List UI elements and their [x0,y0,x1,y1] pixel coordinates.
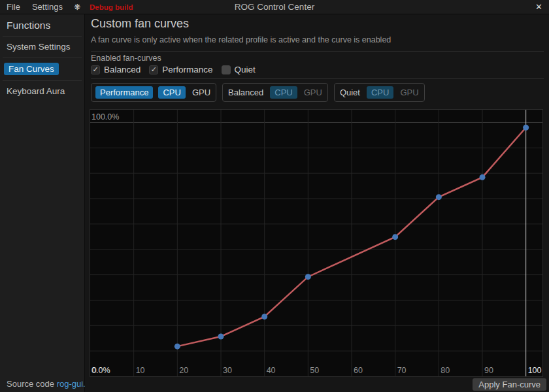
checkbox-balanced[interactable]: ✓ Balanced [91,65,141,74]
main-panel: Custom fan curves A fan curve is only ac… [86,14,549,392]
balanced-gpu-tab[interactable]: GPU [303,86,324,99]
y-max-label: 100.0% [92,112,119,122]
checkbox-balanced-label: Balanced [104,65,141,74]
titlebar: File Settings ❋ Debug build ROG Control … [0,0,549,14]
checkbox-performance-box: ✓ [149,65,158,74]
page-title: Custom fan curves [91,17,189,31]
x-tick-label: 90 [484,366,493,375]
source-code-footer: Source code rog-gui. [7,379,86,389]
sidebar: Functions System Settings Fan Curves Key… [0,14,85,392]
rog-gui-link[interactable]: rog-gui. [57,379,86,389]
quiet-gpu-tab[interactable]: GPU [399,86,420,99]
page-subtitle: A fan curve is only active when the rela… [91,35,391,44]
fan-curve-point[interactable] [392,234,398,240]
x-tick-label: 20 [179,366,188,375]
checkbox-balanced-box: ✓ [91,65,100,74]
x-tick-label: 80 [441,366,450,375]
checkbox-quiet[interactable]: Quiet [222,65,256,74]
balanced-cpu-tab[interactable]: CPU [270,86,297,99]
fan-curve-point[interactable] [261,314,267,319]
profile-groups-row: Performance CPU GPU Balanced CPU GPU Qui… [91,83,425,102]
checkbox-quiet-box [222,65,231,74]
performance-cpu-tab[interactable]: CPU [158,86,185,99]
divider [91,51,544,52]
fan-curve-point[interactable] [305,274,311,280]
profile-group-performance: Performance CPU GPU [91,83,216,102]
sidebar-heading: Functions [0,14,84,36]
debug-build-badge: Debug build [86,3,133,11]
balanced-profile-button[interactable]: Balanced [227,86,265,99]
fan-curve-plot-svg: 0102030405060708090100100.0%0.0% [90,110,542,376]
fan-curve-plot[interactable]: 0102030405060708090100100.0%0.0% [90,109,543,377]
performance-profile-button[interactable]: Performance [95,86,153,99]
x-tick-label: 50 [310,366,319,375]
profile-group-balanced: Balanced CPU GPU [222,83,328,102]
sidebar-item-system-settings[interactable]: System Settings [0,37,84,57]
x-tick-label: 10 [136,366,145,375]
fan-curve-point[interactable] [175,344,180,350]
divider [91,78,544,79]
x-tick-label: 30 [223,366,232,375]
fan-curve-point[interactable] [436,194,442,200]
checkbox-quiet-label: Quiet [235,65,256,74]
checkbox-performance-label: Performance [162,65,212,74]
enabled-fan-curves-label: Enabled fan-curves [91,54,161,63]
profile-group-quiet: Quiet CPU GPU [334,83,425,102]
x-tick-label: 40 [267,366,276,375]
source-code-text: Source code [7,379,54,389]
menu-file[interactable]: File [0,2,26,12]
fan-curve-point[interactable] [480,174,486,180]
close-icon[interactable]: ✕ [535,0,542,14]
sidebar-item-keyboard-aura[interactable]: Keyboard Aura [0,81,84,101]
checkbox-performance[interactable]: ✓ Performance [149,65,212,74]
quiet-profile-button[interactable]: Quiet [339,86,361,99]
sidebar-item-fan-curves[interactable]: Fan Curves [0,57,84,80]
apply-fan-curve-button[interactable]: Apply Fan-curve [473,378,546,391]
y-min-label: 0.0% [92,366,110,375]
x-tick-label: 100 [528,366,542,375]
menu-settings[interactable]: Settings [26,2,69,12]
theme-toggle-icon[interactable]: ❋ [69,3,86,12]
quiet-cpu-tab[interactable]: CPU [367,86,393,99]
sidebar-item-fan-curves-label: Fan Curves [4,63,59,75]
x-tick-label: 70 [397,366,407,375]
x-tick-label: 60 [354,366,363,375]
fan-curve-point[interactable] [523,125,529,131]
performance-gpu-tab[interactable]: GPU [191,86,212,99]
fan-curve-point[interactable] [218,333,224,339]
enabled-checkbox-row: ✓ Balanced ✓ Performance Quiet [91,65,256,74]
